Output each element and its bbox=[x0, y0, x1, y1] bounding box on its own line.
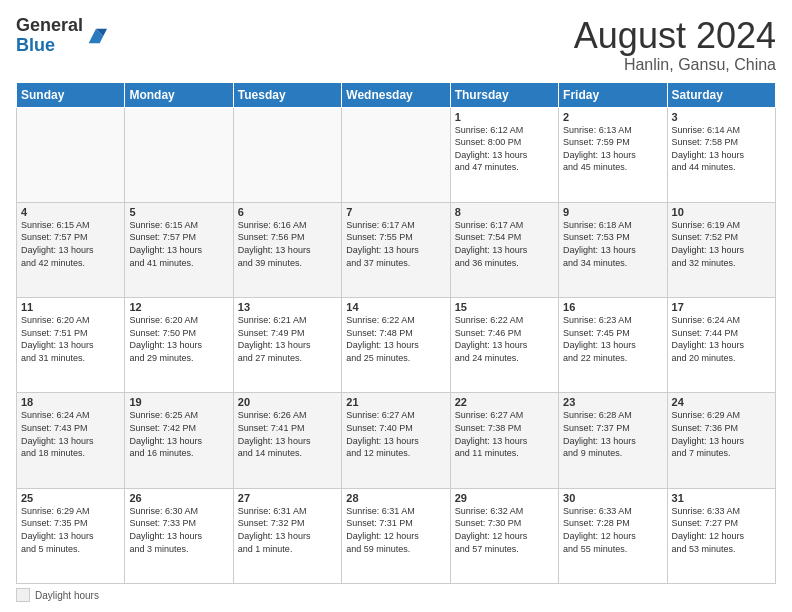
day-number: 29 bbox=[455, 492, 554, 504]
day-info: Sunrise: 6:28 AM Sunset: 7:37 PM Dayligh… bbox=[563, 409, 662, 459]
day-info: Sunrise: 6:30 AM Sunset: 7:33 PM Dayligh… bbox=[129, 505, 228, 555]
day-info: Sunrise: 6:17 AM Sunset: 7:55 PM Dayligh… bbox=[346, 219, 445, 269]
day-info: Sunrise: 6:33 AM Sunset: 7:27 PM Dayligh… bbox=[672, 505, 771, 555]
day-info: Sunrise: 6:15 AM Sunset: 7:57 PM Dayligh… bbox=[129, 219, 228, 269]
day-info: Sunrise: 6:22 AM Sunset: 7:48 PM Dayligh… bbox=[346, 314, 445, 364]
day-info: Sunrise: 6:20 AM Sunset: 7:51 PM Dayligh… bbox=[21, 314, 120, 364]
calendar-day-cell bbox=[17, 107, 125, 202]
calendar-day-cell: 13Sunrise: 6:21 AM Sunset: 7:49 PM Dayli… bbox=[233, 298, 341, 393]
calendar-day-header: Tuesday bbox=[233, 82, 341, 107]
calendar-day-cell: 25Sunrise: 6:29 AM Sunset: 7:35 PM Dayli… bbox=[17, 488, 125, 583]
calendar-day-cell: 24Sunrise: 6:29 AM Sunset: 7:36 PM Dayli… bbox=[667, 393, 775, 488]
day-number: 20 bbox=[238, 396, 337, 408]
calendar-week-row: 18Sunrise: 6:24 AM Sunset: 7:43 PM Dayli… bbox=[17, 393, 776, 488]
calendar-day-cell: 6Sunrise: 6:16 AM Sunset: 7:56 PM Daylig… bbox=[233, 202, 341, 297]
day-number: 13 bbox=[238, 301, 337, 313]
day-number: 6 bbox=[238, 206, 337, 218]
calendar-day-cell: 14Sunrise: 6:22 AM Sunset: 7:48 PM Dayli… bbox=[342, 298, 450, 393]
day-info: Sunrise: 6:16 AM Sunset: 7:56 PM Dayligh… bbox=[238, 219, 337, 269]
day-info: Sunrise: 6:12 AM Sunset: 8:00 PM Dayligh… bbox=[455, 124, 554, 174]
calendar-week-row: 11Sunrise: 6:20 AM Sunset: 7:51 PM Dayli… bbox=[17, 298, 776, 393]
day-info: Sunrise: 6:24 AM Sunset: 7:43 PM Dayligh… bbox=[21, 409, 120, 459]
day-info: Sunrise: 6:22 AM Sunset: 7:46 PM Dayligh… bbox=[455, 314, 554, 364]
calendar-day-cell bbox=[342, 107, 450, 202]
day-number: 30 bbox=[563, 492, 662, 504]
calendar-day-cell: 31Sunrise: 6:33 AM Sunset: 7:27 PM Dayli… bbox=[667, 488, 775, 583]
day-number: 3 bbox=[672, 111, 771, 123]
day-number: 8 bbox=[455, 206, 554, 218]
calendar-day-header: Friday bbox=[559, 82, 667, 107]
legend-label: Daylight hours bbox=[35, 590, 99, 601]
legend-box bbox=[16, 588, 30, 602]
calendar-day-cell: 20Sunrise: 6:26 AM Sunset: 7:41 PM Dayli… bbox=[233, 393, 341, 488]
calendar-day-cell: 23Sunrise: 6:28 AM Sunset: 7:37 PM Dayli… bbox=[559, 393, 667, 488]
day-number: 15 bbox=[455, 301, 554, 313]
calendar-day-cell: 5Sunrise: 6:15 AM Sunset: 7:57 PM Daylig… bbox=[125, 202, 233, 297]
calendar-week-row: 1Sunrise: 6:12 AM Sunset: 8:00 PM Daylig… bbox=[17, 107, 776, 202]
day-info: Sunrise: 6:33 AM Sunset: 7:28 PM Dayligh… bbox=[563, 505, 662, 555]
day-info: Sunrise: 6:15 AM Sunset: 7:57 PM Dayligh… bbox=[21, 219, 120, 269]
calendar-day-cell: 19Sunrise: 6:25 AM Sunset: 7:42 PM Dayli… bbox=[125, 393, 233, 488]
day-number: 17 bbox=[672, 301, 771, 313]
day-number: 1 bbox=[455, 111, 554, 123]
month-year: August 2024 bbox=[574, 16, 776, 56]
calendar-day-cell: 8Sunrise: 6:17 AM Sunset: 7:54 PM Daylig… bbox=[450, 202, 558, 297]
day-number: 2 bbox=[563, 111, 662, 123]
day-number: 19 bbox=[129, 396, 228, 408]
calendar-day-cell: 29Sunrise: 6:32 AM Sunset: 7:30 PM Dayli… bbox=[450, 488, 558, 583]
day-number: 7 bbox=[346, 206, 445, 218]
day-info: Sunrise: 6:18 AM Sunset: 7:53 PM Dayligh… bbox=[563, 219, 662, 269]
day-info: Sunrise: 6:29 AM Sunset: 7:35 PM Dayligh… bbox=[21, 505, 120, 555]
calendar-day-cell: 15Sunrise: 6:22 AM Sunset: 7:46 PM Dayli… bbox=[450, 298, 558, 393]
day-number: 16 bbox=[563, 301, 662, 313]
day-info: Sunrise: 6:14 AM Sunset: 7:58 PM Dayligh… bbox=[672, 124, 771, 174]
calendar-day-cell bbox=[125, 107, 233, 202]
page: General Blue August 2024 Hanlin, Gansu, … bbox=[0, 0, 792, 612]
day-number: 28 bbox=[346, 492, 445, 504]
calendar-day-cell bbox=[233, 107, 341, 202]
calendar-day-header: Sunday bbox=[17, 82, 125, 107]
day-number: 12 bbox=[129, 301, 228, 313]
day-number: 23 bbox=[563, 396, 662, 408]
calendar-header-row: SundayMondayTuesdayWednesdayThursdayFrid… bbox=[17, 82, 776, 107]
day-info: Sunrise: 6:20 AM Sunset: 7:50 PM Dayligh… bbox=[129, 314, 228, 364]
day-info: Sunrise: 6:31 AM Sunset: 7:32 PM Dayligh… bbox=[238, 505, 337, 555]
day-number: 22 bbox=[455, 396, 554, 408]
footer: Daylight hours bbox=[16, 588, 776, 602]
calendar-table: SundayMondayTuesdayWednesdayThursdayFrid… bbox=[16, 82, 776, 584]
day-number: 26 bbox=[129, 492, 228, 504]
day-number: 10 bbox=[672, 206, 771, 218]
day-number: 5 bbox=[129, 206, 228, 218]
calendar-day-cell: 28Sunrise: 6:31 AM Sunset: 7:31 PM Dayli… bbox=[342, 488, 450, 583]
calendar-day-cell: 9Sunrise: 6:18 AM Sunset: 7:53 PM Daylig… bbox=[559, 202, 667, 297]
calendar-day-header: Wednesday bbox=[342, 82, 450, 107]
day-info: Sunrise: 6:19 AM Sunset: 7:52 PM Dayligh… bbox=[672, 219, 771, 269]
day-number: 25 bbox=[21, 492, 120, 504]
logo-text: General Blue bbox=[16, 16, 83, 56]
calendar-day-cell: 2Sunrise: 6:13 AM Sunset: 7:59 PM Daylig… bbox=[559, 107, 667, 202]
calendar-week-row: 4Sunrise: 6:15 AM Sunset: 7:57 PM Daylig… bbox=[17, 202, 776, 297]
day-number: 21 bbox=[346, 396, 445, 408]
day-number: 11 bbox=[21, 301, 120, 313]
day-number: 31 bbox=[672, 492, 771, 504]
day-number: 24 bbox=[672, 396, 771, 408]
day-info: Sunrise: 6:25 AM Sunset: 7:42 PM Dayligh… bbox=[129, 409, 228, 459]
calendar-day-cell: 7Sunrise: 6:17 AM Sunset: 7:55 PM Daylig… bbox=[342, 202, 450, 297]
calendar-day-cell: 12Sunrise: 6:20 AM Sunset: 7:50 PM Dayli… bbox=[125, 298, 233, 393]
calendar-day-header: Monday bbox=[125, 82, 233, 107]
day-number: 27 bbox=[238, 492, 337, 504]
calendar-day-cell: 10Sunrise: 6:19 AM Sunset: 7:52 PM Dayli… bbox=[667, 202, 775, 297]
calendar-day-cell: 26Sunrise: 6:30 AM Sunset: 7:33 PM Dayli… bbox=[125, 488, 233, 583]
logo: General Blue bbox=[16, 16, 107, 56]
calendar-day-cell: 30Sunrise: 6:33 AM Sunset: 7:28 PM Dayli… bbox=[559, 488, 667, 583]
calendar-week-row: 25Sunrise: 6:29 AM Sunset: 7:35 PM Dayli… bbox=[17, 488, 776, 583]
day-info: Sunrise: 6:31 AM Sunset: 7:31 PM Dayligh… bbox=[346, 505, 445, 555]
calendar-day-cell: 18Sunrise: 6:24 AM Sunset: 7:43 PM Dayli… bbox=[17, 393, 125, 488]
calendar-day-cell: 22Sunrise: 6:27 AM Sunset: 7:38 PM Dayli… bbox=[450, 393, 558, 488]
day-info: Sunrise: 6:26 AM Sunset: 7:41 PM Dayligh… bbox=[238, 409, 337, 459]
calendar-day-cell: 21Sunrise: 6:27 AM Sunset: 7:40 PM Dayli… bbox=[342, 393, 450, 488]
logo-icon bbox=[85, 25, 107, 47]
day-info: Sunrise: 6:13 AM Sunset: 7:59 PM Dayligh… bbox=[563, 124, 662, 174]
calendar-day-cell: 1Sunrise: 6:12 AM Sunset: 8:00 PM Daylig… bbox=[450, 107, 558, 202]
day-info: Sunrise: 6:27 AM Sunset: 7:40 PM Dayligh… bbox=[346, 409, 445, 459]
